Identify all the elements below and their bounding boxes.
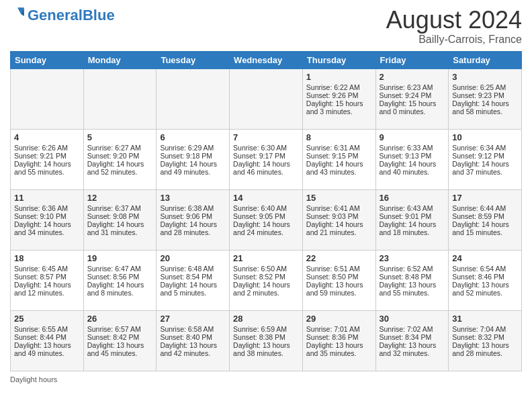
calendar-cell: 3Sunrise: 6:25 AMSunset: 9:23 PMDaylight…	[449, 68, 522, 129]
day-info: Sunrise: 6:36 AM	[14, 204, 80, 212]
day-number: 22	[306, 253, 372, 263]
day-number: 9	[380, 132, 445, 142]
calendar-cell: 25Sunrise: 6:55 AMSunset: 8:44 PMDayligh…	[11, 310, 84, 371]
day-info: Daylight: 15 hours and 3 minutes.	[306, 99, 372, 116]
calendar-cell: 6Sunrise: 6:29 AMSunset: 9:18 PMDaylight…	[157, 129, 230, 189]
day-info: Daylight: 14 hours and 31 minutes.	[87, 220, 153, 236]
day-info: Sunset: 8:40 PM	[160, 333, 226, 341]
calendar-cell: 20Sunrise: 6:48 AMSunset: 8:54 PMDayligh…	[157, 250, 230, 310]
week-row-1: 1Sunrise: 6:22 AMSunset: 9:26 PMDaylight…	[11, 68, 522, 129]
day-number: 27	[160, 314, 226, 324]
day-header-friday: Friday	[375, 51, 449, 68]
day-header-wednesday: Wednesday	[230, 51, 303, 68]
day-number: 13	[160, 193, 226, 203]
day-info: Sunrise: 6:54 AM	[452, 265, 518, 273]
day-info: Sunset: 9:13 PM	[380, 152, 445, 160]
day-info: Daylight: 14 hours and 15 minutes.	[452, 220, 518, 236]
day-info: Sunset: 9:12 PM	[452, 152, 518, 160]
day-number: 12	[87, 193, 153, 203]
day-info: Sunrise: 6:33 AM	[380, 144, 445, 152]
day-info: Sunset: 9:08 PM	[87, 212, 153, 220]
day-info: Daylight: 14 hours and 2 minutes.	[233, 281, 299, 297]
day-info: Sunset: 9:23 PM	[452, 91, 518, 99]
day-number: 21	[233, 253, 299, 263]
day-info: Sunrise: 6:23 AM	[380, 83, 445, 91]
page-header: GeneralBlue August 2024 Bailly-Carrois, …	[10, 7, 522, 46]
day-info: Sunrise: 6:51 AM	[306, 265, 372, 273]
day-number: 30	[380, 314, 445, 324]
day-info: Daylight: 14 hours and 24 minutes.	[233, 220, 299, 236]
day-info: Sunrise: 6:34 AM	[452, 144, 518, 152]
day-info: Sunset: 8:50 PM	[306, 273, 372, 281]
day-info: Sunset: 8:42 PM	[87, 333, 153, 341]
logo-general: General	[28, 7, 83, 24]
day-info: Sunrise: 6:48 AM	[160, 265, 226, 273]
day-info: Sunrise: 6:43 AM	[380, 204, 445, 212]
day-info: Daylight: 14 hours and 37 minutes.	[452, 160, 518, 176]
calendar-cell: 9Sunrise: 6:33 AMSunset: 9:13 PMDaylight…	[375, 129, 449, 189]
day-info: Sunset: 8:38 PM	[233, 333, 299, 341]
calendar-cell: 24Sunrise: 6:54 AMSunset: 8:46 PMDayligh…	[449, 250, 522, 310]
day-number: 3	[452, 72, 518, 82]
day-info: Daylight: 14 hours and 46 minutes.	[233, 160, 299, 176]
calendar-cell: 29Sunrise: 7:01 AMSunset: 8:36 PMDayligh…	[302, 310, 375, 371]
day-info: Sunset: 9:10 PM	[14, 212, 80, 220]
day-number: 4	[14, 132, 80, 142]
day-info: Sunrise: 7:04 AM	[452, 325, 518, 333]
calendar-cell	[157, 68, 230, 129]
day-info: Daylight: 13 hours and 32 minutes.	[380, 341, 445, 357]
day-number: 8	[306, 132, 372, 142]
calendar-cell: 17Sunrise: 6:44 AMSunset: 8:59 PMDayligh…	[449, 189, 522, 250]
day-info: Daylight: 13 hours and 45 minutes.	[87, 341, 153, 357]
day-info: Daylight: 13 hours and 38 minutes.	[233, 341, 299, 357]
day-info: Daylight: 14 hours and 40 minutes.	[380, 160, 445, 176]
day-info: Sunrise: 6:30 AM	[233, 144, 299, 152]
day-info: Daylight: 14 hours and 5 minutes.	[160, 281, 226, 297]
day-info: Sunset: 9:01 PM	[380, 212, 445, 220]
day-info: Sunset: 8:52 PM	[233, 273, 299, 281]
day-header-tuesday: Tuesday	[157, 51, 230, 68]
day-number: 1	[306, 72, 372, 82]
footer: Daylight hours	[10, 375, 522, 383]
location: Bailly-Carrois, France	[386, 34, 522, 46]
day-number: 20	[160, 253, 226, 263]
day-info: Sunrise: 6:31 AM	[306, 144, 372, 152]
day-number: 10	[452, 132, 518, 142]
footer-label: Daylight hours	[10, 375, 57, 383]
day-info: Daylight: 13 hours and 52 minutes.	[452, 281, 518, 297]
day-info: Sunrise: 6:59 AM	[233, 325, 299, 333]
day-info: Sunrise: 6:57 AM	[87, 325, 153, 333]
day-info: Sunset: 8:54 PM	[160, 273, 226, 281]
day-info: Sunset: 9:18 PM	[160, 152, 226, 160]
day-info: Sunset: 9:06 PM	[160, 212, 226, 220]
day-number: 25	[14, 314, 80, 324]
day-info: Sunrise: 6:52 AM	[380, 265, 445, 273]
day-info: Daylight: 14 hours and 58 minutes.	[452, 99, 518, 116]
day-info: Daylight: 14 hours and 49 minutes.	[160, 160, 226, 176]
day-number: 6	[160, 132, 226, 142]
day-number: 17	[452, 193, 518, 203]
day-info: Sunrise: 6:55 AM	[14, 325, 80, 333]
day-info: Daylight: 13 hours and 28 minutes.	[452, 341, 518, 357]
day-info: Daylight: 14 hours and 21 minutes.	[306, 220, 372, 236]
day-info: Daylight: 14 hours and 18 minutes.	[380, 220, 445, 236]
day-number: 18	[14, 253, 80, 263]
logo-text: GeneralBlue	[28, 8, 115, 23]
day-info: Sunrise: 7:02 AM	[380, 325, 445, 333]
day-number: 24	[452, 253, 518, 263]
calendar-cell: 27Sunrise: 6:58 AMSunset: 8:40 PMDayligh…	[157, 310, 230, 371]
day-info: Sunset: 9:05 PM	[233, 212, 299, 220]
day-info: Daylight: 14 hours and 8 minutes.	[87, 281, 153, 297]
calendar-cell: 28Sunrise: 6:59 AMSunset: 8:38 PMDayligh…	[230, 310, 303, 371]
day-info: Daylight: 14 hours and 34 minutes.	[14, 220, 80, 236]
day-number: 15	[306, 193, 372, 203]
day-number: 11	[14, 193, 80, 203]
calendar-cell: 16Sunrise: 6:43 AMSunset: 9:01 PMDayligh…	[375, 189, 449, 250]
day-info: Daylight: 14 hours and 12 minutes.	[14, 281, 80, 297]
day-info: Sunrise: 6:29 AM	[160, 144, 226, 152]
calendar-cell: 15Sunrise: 6:41 AMSunset: 9:03 PMDayligh…	[302, 189, 375, 250]
day-header-sunday: Sunday	[11, 51, 84, 68]
day-info: Sunrise: 6:22 AM	[306, 83, 372, 91]
logo-icon	[10, 5, 26, 21]
logo-blue: Blue	[83, 7, 115, 24]
